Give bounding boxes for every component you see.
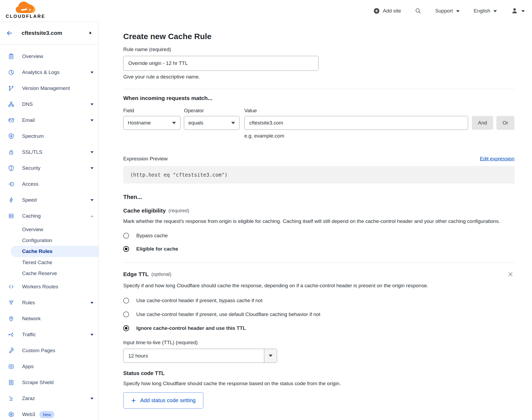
- sidebar-item-scrape-shield[interactable]: Scrape Shield: [0, 375, 98, 390]
- add-status-code-button[interactable]: Add status code setting: [123, 392, 203, 409]
- sidebar-item-label: Analytics & Logs: [22, 69, 59, 75]
- analytics-icon: [8, 69, 14, 76]
- edge-ttl-option-3-radio[interactable]: Ignore cache-control header and use this…: [123, 325, 514, 331]
- sidebar: cftestsite3.com OverviewAnalytics & Logs…: [0, 22, 99, 420]
- sidebar-item-custom-pages[interactable]: Custom Pages: [0, 343, 98, 359]
- chevron-down-icon: [90, 167, 94, 169]
- web3-icon: [8, 411, 14, 418]
- sidebar-item-email[interactable]: Email: [0, 112, 98, 128]
- match-heading: When incoming requests match...: [123, 95, 514, 101]
- sidebar-item-workers-routes[interactable]: Workers Routes: [0, 279, 98, 295]
- sidebar-item-web3[interactable]: Web3New: [0, 406, 98, 420]
- sidebar-item-dns[interactable]: DNS: [0, 96, 98, 112]
- sidebar-item-label: Rules: [22, 300, 35, 306]
- operator-select[interactable]: equals: [184, 116, 240, 130]
- edge-ttl-heading: Edge TTL (optional): [123, 271, 171, 277]
- or-button[interactable]: Or: [496, 116, 514, 130]
- value-input[interactable]: [244, 116, 468, 130]
- edit-expression-link[interactable]: Edit expression: [480, 156, 514, 162]
- operator-label: Operator: [184, 108, 240, 114]
- sidebar-item-spectrum[interactable]: Spectrum: [0, 128, 98, 144]
- scrape-shield-icon: [8, 379, 14, 386]
- sidebar-item-label: Traffic: [22, 332, 36, 338]
- sidebar-subitem-caching-cache-rules[interactable]: Cache Rules: [11, 246, 98, 257]
- rule-name-input[interactable]: [123, 56, 319, 71]
- chevron-up-icon: [90, 215, 94, 217]
- sidebar-item-zaraz[interactable]: Zaraz: [0, 390, 98, 406]
- sidebar-item-traffic[interactable]: Traffic: [0, 327, 98, 343]
- sidebar-item-version-management[interactable]: Version Management: [0, 80, 98, 96]
- sidebar-item-label: Access: [22, 181, 38, 187]
- sidebar-subitem-label: Cache Reserve: [22, 271, 57, 276]
- edge-ttl-option-2-radio[interactable]: Use cache-control header if present, use…: [123, 311, 514, 317]
- sidebar-item-label: Workers Routes: [22, 284, 58, 290]
- sidebar-item-label: Security: [22, 165, 40, 171]
- sidebar-item-overview[interactable]: Overview: [0, 48, 98, 64]
- language-menu[interactable]: English: [474, 8, 497, 14]
- chevron-down-icon: [269, 355, 273, 357]
- sidebar-item-ssl-tls[interactable]: SSL/TLS: [0, 144, 98, 160]
- top-bar: CLOUDFLARE Add site Support English: [0, 0, 532, 22]
- sidebar-item-caching[interactable]: Caching: [0, 208, 98, 224]
- sidebar-item-network[interactable]: Network: [0, 311, 98, 327]
- radio-unchecked-icon: [123, 233, 129, 239]
- chevron-right-icon[interactable]: [89, 31, 92, 35]
- edge-ttl-option-1-radio[interactable]: Use cache-control header if present, byp…: [123, 298, 514, 303]
- sidebar-item-label: Spectrum: [22, 133, 44, 139]
- add-site-button[interactable]: Add site: [373, 8, 401, 14]
- chevron-down-icon: [90, 71, 94, 74]
- field-label: Field: [123, 108, 180, 114]
- sidebar-item-speed[interactable]: Speed: [0, 192, 98, 208]
- chevron-down-icon: [90, 334, 94, 336]
- search-icon: [415, 8, 421, 14]
- ttl-select[interactable]: 12 hours: [123, 349, 277, 363]
- status-code-ttl-description: Specify how long Cloudflare should cache…: [123, 381, 514, 386]
- add-status-code-label: Add status code setting: [140, 397, 196, 404]
- language-label: English: [474, 8, 490, 14]
- sidebar-subitem-caching-cache-reserve[interactable]: Cache Reserve: [0, 268, 98, 279]
- account-menu[interactable]: [511, 7, 525, 14]
- sidebar-item-label: Speed: [22, 197, 37, 203]
- sidebar-subitem-caching-configuration[interactable]: Configuration: [0, 235, 98, 246]
- user-icon: [511, 7, 518, 14]
- bypass-cache-radio[interactable]: Bypass cache: [123, 233, 514, 239]
- value-label: Value: [244, 108, 468, 114]
- version-management-icon: [8, 85, 14, 92]
- radio-unchecked-icon: [123, 298, 129, 303]
- support-label: Support: [435, 8, 453, 14]
- sidebar-item-rules[interactable]: Rules: [0, 295, 98, 311]
- close-icon[interactable]: [506, 270, 514, 278]
- sidebar-subitem-label: Overview: [22, 227, 43, 232]
- page-title: Create new Cache Rule: [123, 31, 514, 42]
- operator-select-value: equals: [188, 120, 203, 126]
- then-heading: Then...: [123, 194, 514, 201]
- cloudflare-logo[interactable]: CLOUDFLARE: [5, 1, 46, 19]
- eligible-for-cache-radio[interactable]: Eligible for cache: [123, 246, 514, 252]
- sidebar-subitem-caching-overview[interactable]: Overview: [0, 224, 98, 235]
- support-menu[interactable]: Support: [435, 8, 460, 14]
- overview-icon: [8, 53, 14, 60]
- sidebar-item-label: Network: [22, 316, 41, 322]
- sidebar-item-label: Caching: [22, 213, 41, 219]
- chevron-down-icon: [521, 10, 525, 13]
- sidebar-item-label: Custom Pages: [22, 348, 55, 354]
- divider: [123, 89, 514, 89]
- spectrum-icon: [8, 133, 14, 139]
- sidebar-item-analytics-logs[interactable]: Analytics & Logs: [0, 64, 98, 80]
- sidebar-nav: OverviewAnalytics & LogsVersion Manageme…: [0, 44, 98, 420]
- sidebar-item-label: Web3: [22, 411, 35, 417]
- sidebar-item-access[interactable]: Access: [0, 176, 98, 192]
- field-select[interactable]: Hostname: [123, 116, 180, 130]
- new-badge: New: [39, 411, 54, 418]
- ttl-input-label: Input time-to-live (TTL) (required): [123, 340, 514, 346]
- back-arrow-icon[interactable]: [6, 30, 13, 37]
- ttl-select-arrow-button[interactable]: [264, 349, 277, 363]
- sidebar-subitem-caching-tiered-cache[interactable]: Tiered Cache: [0, 257, 98, 268]
- sidebar-item-security[interactable]: Security: [0, 160, 98, 176]
- search-button[interactable]: [415, 8, 421, 14]
- sidebar-item-label: DNS: [22, 101, 33, 107]
- and-button[interactable]: And: [472, 116, 493, 130]
- email-icon: [8, 117, 14, 123]
- sidebar-item-label: Email: [22, 117, 35, 123]
- sidebar-item-apps[interactable]: Apps: [0, 359, 98, 375]
